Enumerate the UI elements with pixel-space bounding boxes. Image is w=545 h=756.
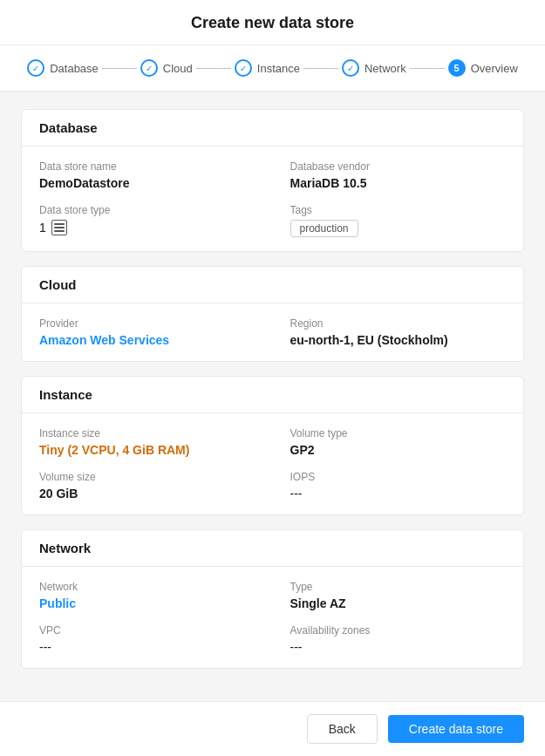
database-section: Database Data store name DemoDatastore D…: [21, 109, 524, 252]
field-data-store-type: Data store type 1: [39, 204, 255, 237]
instance-section-header: Instance: [22, 377, 523, 413]
database-section-header: Database: [22, 110, 523, 146]
step-database-label: Database: [50, 62, 99, 75]
type-value: Single AZ: [290, 596, 507, 610]
create-data-store-button[interactable]: Create data store: [388, 715, 524, 743]
main-content: Database Data store name DemoDatastore D…: [0, 92, 545, 701]
vpc-value: ---: [39, 640, 255, 654]
step-network-icon: ✓: [342, 59, 359, 77]
tags-label: Tags: [290, 204, 507, 216]
cloud-section-header: Cloud: [22, 267, 523, 303]
region-label: Region: [290, 317, 507, 330]
step-database: ✓ Database: [27, 59, 99, 77]
field-vpc: VPC ---: [39, 624, 255, 654]
instance-row-2: Volume size 20 GiB IOPS ---: [39, 471, 506, 501]
cloud-row-1: Provider Amazon Web Services Region eu-n…: [39, 317, 506, 347]
network-section: Network Network Public Type Single AZ VP…: [21, 529, 524, 669]
instance-section-body: Instance size Tiny (2 VCPU, 4 GiB RAM) V…: [22, 413, 523, 514]
page-header: Create new data store: [0, 0, 545, 45]
field-volume-size: Volume size 20 GiB: [39, 471, 255, 501]
field-network: Network Public: [39, 581, 255, 610]
step-connector-3: [303, 68, 338, 69]
field-instance-size: Instance size Tiny (2 VCPU, 4 GiB RAM): [39, 427, 255, 457]
cloud-section: Cloud Provider Amazon Web Services Regio…: [21, 266, 524, 362]
network-section-header: Network: [22, 530, 523, 567]
page-title: Create new data store: [191, 14, 354, 31]
database-vendor-label: Database vendor: [290, 160, 507, 173]
volume-type-label: Volume type: [290, 427, 507, 439]
database-row-1: Data store name DemoDatastore Database v…: [39, 160, 506, 190]
step-network: ✓ Network: [342, 59, 406, 77]
iops-label: IOPS: [290, 471, 507, 483]
back-button[interactable]: Back: [307, 714, 378, 744]
vpc-label: VPC: [39, 624, 255, 637]
field-tags: Tags production: [290, 204, 507, 237]
instance-size-label: Instance size: [39, 427, 255, 439]
footer: Back Create data store: [0, 701, 545, 756]
step-overview: 5 Overview: [448, 59, 518, 77]
field-volume-type: Volume type GP2: [290, 427, 507, 457]
data-store-name-value: DemoDatastore: [39, 176, 255, 190]
step-network-label: Network: [364, 62, 406, 75]
network-value: Public: [39, 596, 255, 610]
instance-size-value: Tiny (2 VCPU, 4 GiB RAM): [39, 443, 255, 457]
field-data-store-name: Data store name DemoDatastore: [39, 160, 255, 190]
instance-row-1: Instance size Tiny (2 VCPU, 4 GiB RAM) V…: [39, 427, 506, 457]
network-label: Network: [39, 581, 255, 593]
data-store-name-label: Data store name: [39, 160, 255, 173]
step-connector-1: [102, 68, 137, 69]
instance-section: Instance Instance size Tiny (2 VCPU, 4 G…: [21, 376, 524, 515]
network-section-body: Network Public Type Single AZ VPC --- Av…: [22, 567, 523, 668]
type-label: Type: [290, 581, 507, 593]
step-overview-icon: 5: [448, 59, 466, 77]
step-cloud-icon: ✓: [140, 59, 158, 77]
field-availability-zones: Availability zones ---: [290, 624, 507, 654]
database-section-body: Data store name DemoDatastore Database v…: [22, 146, 523, 251]
data-store-type-number: 1: [39, 221, 46, 235]
step-cloud-label: Cloud: [163, 62, 193, 75]
provider-value: Amazon Web Services: [39, 333, 255, 347]
data-store-type-value-row: 1: [39, 220, 255, 235]
step-connector-2: [196, 68, 231, 69]
database-table-icon: [51, 220, 67, 235]
step-instance-icon: ✓: [235, 59, 252, 77]
production-tag: production: [290, 220, 358, 237]
step-database-icon: ✓: [27, 59, 44, 77]
field-type: Type Single AZ: [290, 581, 507, 610]
volume-size-label: Volume size: [39, 471, 255, 483]
stepper: ✓ Database ✓ Cloud ✓ Instance ✓ Network …: [0, 45, 545, 92]
availability-zones-value: ---: [290, 640, 507, 654]
provider-label: Provider: [39, 317, 255, 330]
field-region: Region eu-north-1, EU (Stockholm): [290, 317, 507, 347]
network-row-1: Network Public Type Single AZ: [39, 581, 506, 610]
step-cloud: ✓ Cloud: [140, 59, 193, 77]
data-store-type-label: Data store type: [39, 204, 255, 216]
database-vendor-value: MariaDB 10.5: [290, 176, 507, 190]
availability-zones-label: Availability zones: [290, 624, 507, 637]
tags-value: production: [290, 220, 507, 237]
database-row-2: Data store type 1 Tags production: [39, 204, 506, 237]
volume-type-value: GP2: [290, 443, 507, 457]
step-instance-label: Instance: [257, 62, 300, 75]
step-instance: ✓ Instance: [235, 59, 300, 77]
field-provider: Provider Amazon Web Services: [39, 317, 255, 347]
network-row-2: VPC --- Availability zones ---: [39, 624, 506, 654]
region-value: eu-north-1, EU (Stockholm): [290, 333, 507, 347]
field-database-vendor: Database vendor MariaDB 10.5: [290, 160, 507, 190]
step-overview-label: Overview: [471, 62, 518, 75]
iops-value: ---: [290, 487, 507, 501]
step-connector-4: [410, 68, 445, 69]
volume-size-value: 20 GiB: [39, 487, 255, 501]
cloud-section-body: Provider Amazon Web Services Region eu-n…: [22, 303, 523, 361]
field-iops: IOPS ---: [290, 471, 507, 501]
